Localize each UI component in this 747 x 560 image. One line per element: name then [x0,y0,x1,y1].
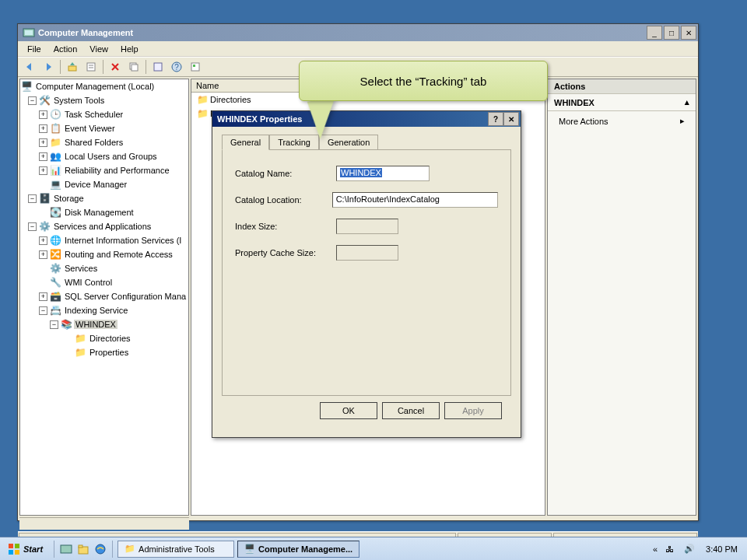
tree-whindex[interactable]: WHINDEX [74,320,117,329]
svg-rect-19 [79,545,82,548]
help-button[interactable]: ? [488,112,503,126]
tree-storage[interactable]: Storage [52,194,86,203]
tray-sound-icon[interactable]: 🔊 [682,542,696,556]
titlebar: Computer Management _ □ ✕ [18,24,698,41]
toolbar-separator [146,60,146,74]
maximize-button[interactable]: □ [664,26,679,40]
tree-properties[interactable]: Properties [88,348,130,357]
tree-routing[interactable]: Routing and Remote Access [63,250,174,259]
svg-rect-7 [132,65,138,71]
tree-reliability[interactable]: Reliability and Performance [63,166,171,175]
back-button[interactable] [21,58,38,75]
tree-toggle[interactable]: + [39,124,47,133]
ie-icon[interactable] [93,542,107,556]
catalog-name-field[interactable]: WHINDEX [336,166,430,181]
tray-network-icon[interactable]: 🖧 [662,542,676,556]
clock[interactable]: 3:40 PM [701,544,742,554]
delete-button[interactable] [107,58,124,75]
cancel-button[interactable]: Cancel [382,402,440,419]
tree-disk-mgmt[interactable]: Disk Management [63,208,135,217]
tree-iis[interactable]: Internet Information Services (I [63,236,183,245]
menubar: File Action View Help [18,41,698,57]
app-icon [23,26,35,39]
tree-panel[interactable]: 🖥️Computer Management (Local) −🛠️System … [19,79,189,516]
svg-rect-3 [87,63,95,71]
tree-system-tools[interactable]: System Tools [52,96,106,105]
taskbar-item-computer-management[interactable]: 🖥️ Computer Manageme... [237,541,359,558]
tree-services-apps[interactable]: Services and Applications [52,222,153,231]
menu-view[interactable]: View [83,43,114,55]
catalog-location-field[interactable]: C:\InfoRouter\IndexCatalog [332,192,498,208]
label-property-cache: Property Cache Size: [235,248,336,257]
tree-toggle[interactable]: − [39,306,47,315]
menu-file[interactable]: File [21,43,47,55]
ok-button[interactable]: OK [320,402,377,419]
sql-icon: 🗃️ [49,290,61,303]
index-size-field [336,219,398,234]
menu-help[interactable]: Help [114,43,145,55]
svg-rect-15 [9,550,13,555]
svg-rect-12 [193,65,195,67]
tab-general[interactable]: General [222,135,269,150]
show-desktop-icon[interactable] [59,542,73,556]
tree-toggle[interactable]: − [28,96,37,105]
toolbar-separator [60,60,61,74]
windows-logo-icon [8,543,20,555]
tree-sql[interactable]: SQL Server Configuration Mana [63,292,188,301]
event-icon: 📋 [49,122,61,135]
help-button[interactable]: ? [168,58,185,75]
copy-button[interactable] [125,58,142,75]
refresh-button[interactable] [149,58,167,75]
start-button[interactable]: Start [0,541,51,557]
tree-toggle[interactable]: + [39,152,47,161]
tree-directories[interactable]: Directories [88,334,132,343]
services-icon: ⚙️ [38,220,51,233]
tree-toggle[interactable]: + [39,110,47,119]
menu-action[interactable]: Action [47,43,84,55]
tree-toggle[interactable]: + [39,250,47,259]
tree-task-scheduler[interactable]: Task Scheduler [63,110,124,119]
tree-services[interactable]: Services [63,264,99,273]
instruction-callout: Select the “Tracking” tab [299,61,548,101]
tray-chevron[interactable]: « [653,544,658,554]
taskbar-item-admin-tools[interactable]: 📁 Administrative Tools [117,541,234,558]
tree-event-viewer[interactable]: Event Viewer [63,124,117,133]
device-icon: 💻 [49,178,61,191]
more-actions-link[interactable]: More Actions ▸ [548,111,696,131]
tree-toggle[interactable]: − [28,222,37,231]
tree-toggle[interactable]: − [50,320,58,329]
tree-toggle[interactable]: + [39,292,47,301]
svg-rect-8 [154,63,162,71]
dialog-close-button[interactable]: ✕ [503,112,519,126]
tree-indexing[interactable]: Indexing Service [63,306,129,315]
list-item-label: Directories [210,95,251,104]
tree-root[interactable]: Computer Management (Local) [34,82,156,91]
svg-rect-17 [61,545,72,553]
close-button[interactable]: ✕ [681,26,696,40]
actions-whindex-header[interactable]: WHINDEX ▴ [548,94,696,111]
up-button[interactable] [64,58,81,75]
h-scrollbar[interactable] [19,517,189,530]
folder-icon: 📁 [74,346,86,359]
properties-button[interactable] [82,58,100,75]
tree-toggle[interactable]: + [39,166,47,175]
export-button[interactable] [187,58,204,75]
gears-icon: ⚙️ [49,262,61,275]
label-index-size: Index Size: [235,222,336,231]
minimize-button[interactable]: _ [647,26,662,40]
svg-rect-13 [9,544,13,548]
tree-toggle[interactable]: − [28,194,37,203]
collapse-icon: ▴ [685,97,689,107]
app-icon: 🖥️ [244,544,255,554]
tree-toggle[interactable]: + [39,236,47,245]
forward-button[interactable] [40,58,57,75]
tree-wmi[interactable]: WMI Control [63,278,114,287]
callout-tail [307,98,341,141]
tree-device-manager[interactable]: Device Manager [63,180,128,189]
explorer-icon[interactable] [76,542,90,556]
tree-toggle[interactable]: + [39,138,47,147]
wmi-icon: 🔧 [49,276,61,289]
tree-local-users[interactable]: Local Users and Groups [63,152,159,161]
folder-icon: 📁 [196,93,209,106]
tree-shared-folders[interactable]: Shared Folders [63,138,124,147]
